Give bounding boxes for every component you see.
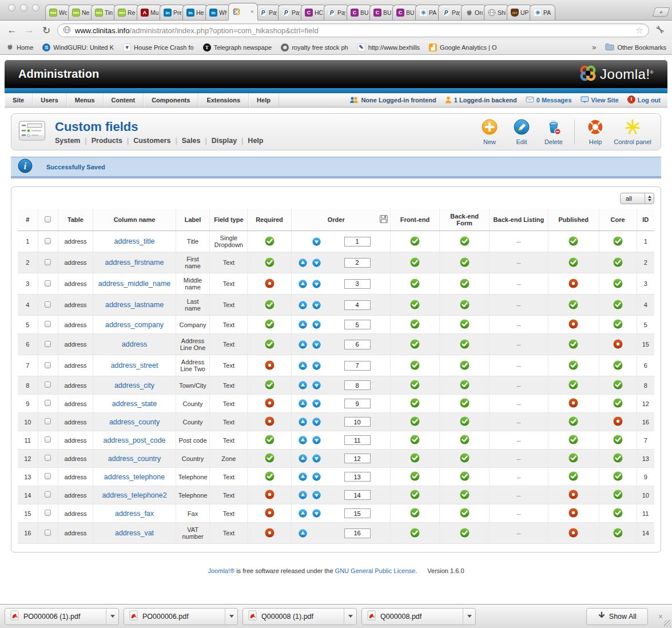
address-bar[interactable]: www.clinitas.info/administrator/index.ph… (57, 23, 649, 37)
help-button[interactable]: Help (579, 118, 611, 145)
reload-button[interactable]: ↻ (40, 25, 53, 37)
core-toggle[interactable] (613, 494, 623, 500)
front-end-toggle[interactable] (410, 494, 420, 500)
front-end-toggle[interactable] (410, 343, 420, 350)
move-up-button[interactable] (299, 399, 307, 408)
back-end-form-toggle[interactable] (460, 439, 470, 446)
order-input[interactable] (344, 417, 371, 427)
browser-tab[interactable]: mexWo (45, 5, 71, 20)
back-end-form-toggle[interactable] (460, 402, 470, 409)
bookmark-item[interactable]: Home (6, 43, 33, 51)
submenu-item-display[interactable]: Display (212, 137, 237, 145)
browser-tab[interactable]: ✳PA (415, 5, 441, 20)
move-up-button[interactable] (299, 381, 307, 389)
browser-tab[interactable]: × (228, 3, 258, 20)
download-menu-caret[interactable] (225, 609, 237, 625)
front-end-toggle[interactable] (410, 475, 420, 482)
core-toggle[interactable] (613, 364, 623, 371)
column-name-link[interactable]: address_company (105, 321, 164, 329)
move-down-button[interactable] (312, 491, 321, 499)
row-checkbox[interactable] (45, 321, 51, 327)
row-checkbox[interactable] (45, 259, 51, 265)
submenu-item-customers[interactable]: Customers (133, 137, 170, 145)
move-up-button[interactable] (299, 454, 307, 463)
submenu-item-products[interactable]: Products (92, 137, 122, 145)
published-toggle[interactable] (568, 457, 578, 464)
move-up-button[interactable] (299, 259, 307, 267)
move-down-button[interactable] (312, 472, 321, 481)
column-name-link[interactable]: address (122, 340, 147, 348)
core-toggle[interactable] (613, 420, 623, 427)
row-checkbox[interactable] (45, 238, 51, 244)
order-input[interactable] (344, 508, 371, 518)
browser-tab[interactable]: CBU (369, 5, 395, 20)
menubar-item-extensions[interactable]: Extensions (198, 93, 249, 107)
row-checkbox[interactable] (45, 341, 51, 347)
front-end-toggle[interactable] (410, 364, 420, 371)
download-menu-caret[interactable] (344, 609, 356, 625)
back-end-form-toggle[interactable] (460, 420, 470, 427)
control-panel-button[interactable]: Control panel (611, 118, 654, 145)
core-toggle[interactable] (613, 261, 623, 268)
move-down-button[interactable] (312, 259, 321, 267)
back-end-form-toggle[interactable] (460, 261, 470, 268)
browser-tab[interactable]: CBU (347, 5, 372, 20)
row-checkbox[interactable] (45, 381, 51, 388)
back-end-form-toggle[interactable] (460, 323, 470, 330)
published-toggle[interactable] (568, 261, 578, 268)
browser-tab[interactable]: PPay (438, 5, 464, 20)
back-button[interactable]: ← (6, 25, 18, 36)
back-end-form-toggle[interactable] (460, 512, 470, 519)
required-toggle[interactable] (265, 304, 275, 311)
bookmarks-overflow-chevron[interactable]: » (592, 43, 596, 51)
back-end-form-toggle[interactable] (460, 343, 470, 350)
select-all-checkbox[interactable] (45, 216, 51, 222)
close-tab-icon[interactable]: × (250, 9, 254, 15)
move-down-button[interactable] (312, 399, 321, 408)
order-input[interactable] (344, 300, 371, 310)
bookmark-item[interactable]: ▼House Price Crash fo (123, 43, 194, 51)
bookmark-item[interactable]: SWindGURU: United K (42, 43, 114, 51)
published-toggle[interactable] (568, 494, 578, 500)
column-name-link[interactable]: address_title (114, 237, 155, 245)
row-checkbox[interactable] (45, 362, 51, 368)
front-end-toggle[interactable] (410, 384, 420, 391)
required-toggle[interactable] (265, 532, 275, 539)
bookmark-star-icon[interactable]: ☆ (636, 25, 643, 35)
download-item[interactable]: PO000006 (1).pdf (5, 608, 119, 625)
move-up-button[interactable] (299, 509, 307, 518)
published-toggle[interactable] (568, 439, 578, 446)
forward-button[interactable]: → (23, 25, 35, 36)
browser-tab[interactable]: AMu (137, 5, 162, 20)
menubar-item-components[interactable]: Components (144, 93, 198, 107)
browser-tab[interactable]: PPay (255, 5, 281, 20)
front-end-toggle[interactable] (410, 439, 420, 446)
browser-tab[interactable]: mexTin (91, 5, 117, 20)
browser-tab[interactable]: inPre (160, 5, 185, 20)
order-input[interactable] (344, 490, 371, 500)
browser-tab[interactable]: upsUPS (507, 5, 532, 20)
required-toggle[interactable] (265, 240, 275, 247)
back-end-form-toggle[interactable] (460, 494, 470, 500)
row-checkbox[interactable] (45, 301, 51, 308)
browser-tab[interactable]: ✳PA (530, 5, 555, 20)
required-toggle[interactable] (265, 420, 275, 427)
download-menu-caret[interactable] (463, 609, 475, 625)
core-toggle[interactable] (613, 512, 623, 519)
front-end-toggle[interactable] (410, 304, 420, 311)
published-toggle[interactable] (568, 532, 578, 539)
published-toggle[interactable] (568, 343, 578, 350)
move-down-button[interactable] (312, 381, 321, 389)
save-order-icon[interactable] (379, 214, 388, 225)
column-name-link[interactable]: address_telephone2 (102, 491, 166, 499)
core-toggle[interactable] (613, 304, 623, 311)
submenu-item-sales[interactable]: Sales (182, 137, 201, 145)
move-up-button[interactable] (299, 361, 307, 370)
column-name-link[interactable]: address_county (109, 418, 160, 426)
menubar-item-users[interactable]: Users (33, 93, 67, 107)
new-button[interactable]: New (474, 118, 506, 145)
row-checkbox[interactable] (45, 280, 51, 287)
move-down-button[interactable] (312, 418, 321, 426)
back-end-form-toggle[interactable] (460, 283, 470, 289)
bookmark-item[interactable]: TTelegraph newspape (203, 43, 272, 51)
